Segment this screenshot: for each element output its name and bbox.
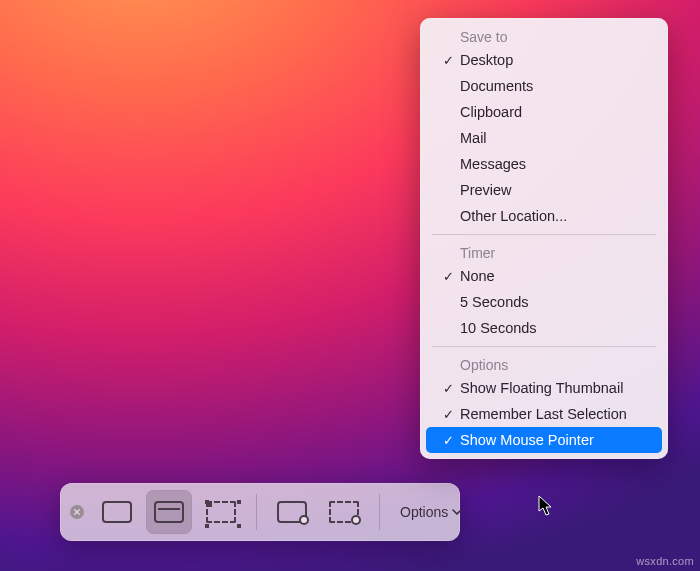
menu-item-label: 10 Seconds [460,320,650,336]
record-selection-button[interactable] [321,490,367,534]
menu-item-mail[interactable]: Mail [420,125,668,151]
check-icon: ✓ [440,381,456,396]
menu-item-timer-10s[interactable]: 10 Seconds [420,315,668,341]
menu-item-remember-last-selection[interactable]: ✓ Remember Last Selection [420,401,668,427]
menu-item-other-location[interactable]: Other Location... [420,203,668,229]
menu-item-label: None [460,268,650,284]
toolbar-divider-2 [379,494,380,530]
screenshot-toolbar: Options [60,483,460,541]
menu-item-label: Mail [460,130,650,146]
section-title-options: Options [420,352,668,375]
menu-item-documents[interactable]: Documents [420,73,668,99]
menu-item-desktop[interactable]: ✓ Desktop [420,47,668,73]
menu-item-label: Show Floating Thumbnail [460,380,650,396]
menu-item-label: Show Mouse Pointer [460,432,650,448]
menu-item-label: Documents [460,78,650,94]
selection-icon [206,501,236,523]
menu-item-label: Preview [460,182,650,198]
options-label: Options [400,504,448,520]
menu-item-label: Other Location... [460,208,650,224]
menu-item-label: Messages [460,156,650,172]
menu-item-label: Remember Last Selection [460,406,650,422]
options-menu: Save to ✓ Desktop Documents Clipboard Ma… [420,18,668,459]
close-button[interactable] [70,505,84,519]
menu-item-label: Clipboard [460,104,650,120]
close-icon [73,508,81,516]
capture-window-button[interactable] [146,490,192,534]
record-entire-screen-button[interactable] [269,490,315,534]
chevron-down-icon [452,507,462,517]
menu-item-timer-none[interactable]: ✓ None [420,263,668,289]
screen-icon [102,501,132,523]
menu-item-messages[interactable]: Messages [420,151,668,177]
toolbar-divider [256,494,257,530]
check-icon: ✓ [440,433,456,448]
menu-separator [432,346,656,347]
menu-item-clipboard[interactable]: Clipboard [420,99,668,125]
watermark: wsxdn.com [636,555,694,567]
check-icon: ✓ [440,407,456,422]
section-title-save-to: Save to [420,24,668,47]
menu-item-label: 5 Seconds [460,294,650,310]
menu-item-preview[interactable]: Preview [420,177,668,203]
section-title-timer: Timer [420,240,668,263]
window-icon [154,501,184,523]
options-button[interactable]: Options [392,490,470,534]
menu-item-timer-5s[interactable]: 5 Seconds [420,289,668,315]
capture-entire-screen-button[interactable] [94,490,140,534]
menu-item-show-mouse-pointer[interactable]: ✓ Show Mouse Pointer [426,427,662,453]
record-screen-icon [277,501,307,523]
check-icon: ✓ [440,53,456,68]
menu-separator [432,234,656,235]
menu-item-show-floating-thumbnail[interactable]: ✓ Show Floating Thumbnail [420,375,668,401]
menu-item-label: Desktop [460,52,650,68]
record-selection-icon [329,501,359,523]
check-icon: ✓ [440,269,456,284]
capture-selection-button[interactable] [198,490,244,534]
